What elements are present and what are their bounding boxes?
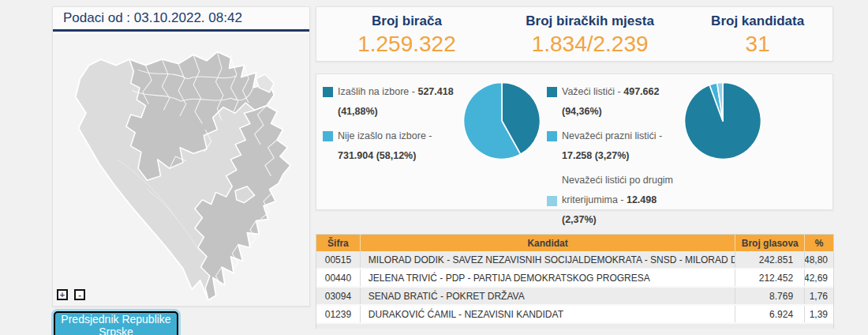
cell-sifra: 03094 [316,288,360,304]
cell-kandidat: MILORAD DODIK - SAVEZ NEZAVISNIH SOCIJAL… [360,251,735,268]
table-header-row: Šifra Kandidat Broj glasova % [316,235,833,251]
column-header-kandidat: Kandidat [360,235,735,251]
cell-pct: 1,76 [804,288,833,304]
cell-sifra: 00515 [316,251,360,268]
legend-label: Nevažeći listići po drugim kriterijumima… [562,171,687,230]
stat-label: Broj biračkih mjesta [497,13,683,29]
stat-value: 1.259.322 [316,32,497,57]
stat-label: Broj birača [316,13,497,29]
data-timestamp-title: Podaci od : 03.10.2022. 08:42 [53,7,309,32]
table-body: 00515MILORAD DODIK - SAVEZ NEZAVISNIH SO… [316,251,833,324]
legend-label: Važeći listići - 497.662 (94,36%) [562,82,687,122]
legend-label: Nije izašlo na izbore - 731.904 (58,12%) [338,126,458,166]
cell-kandidat: SENAD BRATIĆ - POKRET DRŽAVA [360,288,735,304]
table-row-partial [316,324,833,329]
legend-item: Važeći listići - 497.662 (94,36%) [547,82,687,122]
column-header-broj-glasova: Broj glasova [735,235,804,251]
legend-item: Nevažeći prazni listići - 17.258 (3,27%) [547,126,687,166]
stat-broj-birackih-mjesta: Broj biračkih mjesta 1.834/2.239 [497,7,683,61]
table-row: 03094SENAD BRATIĆ - POKRET DRŽAVA8.7691,… [316,288,833,306]
cell-broj-glasova: 8.769 [735,288,804,304]
table-row: 01239DURAKOVIĆ ĆAMIL - NEZAVISNI KANDIDA… [316,306,833,324]
legend-color-marker [547,196,557,206]
ballots-pie-chart[interactable] [683,81,762,160]
map-zoom-controls: + - [57,289,85,300]
cell-broj-glasova: 212.452 [735,269,804,286]
cell-broj-glasova: 6.924 [735,306,804,322]
turnout-pie-chart[interactable] [462,81,541,160]
legend-item: Izašlih na izbore - 527.418 (41,88%) [323,82,458,122]
stat-broj-kandidata: Broj kandidata 31 [683,7,832,61]
cell-pct: 48,80 [804,251,833,268]
turnout-and-ballots-panel: Izašlih na izbore - 527.418 (41,88%)Nije… [316,73,833,210]
legend-color-marker [323,131,333,141]
stat-value: 31 [683,32,832,57]
legend-label: Nevažeći prazni listići - 17.258 (3,27%) [562,126,687,166]
summary-stats-panel: Broj birača 1.259.322 Broj biračkih mjes… [316,6,833,62]
legend-color-marker [547,131,557,141]
zoom-out-button[interactable]: - [74,289,85,300]
map-area[interactable]: + - [53,34,309,306]
stat-value: 1.834/2.239 [497,32,683,57]
legend-label: Izašlih na izbore - 527.418 (41,88%) [338,82,458,122]
map-panel: Podaci od : 03.10.2022. 08:42 [52,6,310,307]
table-row: 00515MILORAD DODIK - SAVEZ NEZAVISNIH SO… [316,251,833,269]
bih-municipalities-map[interactable] [58,36,304,306]
legend-color-marker [323,87,333,97]
cell-sifra: 01239 [316,306,360,322]
table-row: 00440JELENA TRIVIĆ - PDP - PARTIJA DEMOK… [316,269,833,288]
cell-kandidat: DURAKOVIĆ ĆAMIL - NEZAVISNI KANDIDAT [360,306,735,322]
legend-item: Nevažeći listići po drugim kriterijumima… [547,171,687,230]
turnout-legend: Izašlih na izbore - 527.418 (41,88%)Nije… [323,82,458,171]
column-header-sifra: Šifra [316,235,360,251]
cell-pct: 42,69 [804,269,833,286]
legend-color-marker [547,87,557,97]
stat-label: Broj kandidata [683,13,832,29]
cell-sifra: 00440 [316,269,360,286]
zoom-in-button[interactable]: + [57,289,68,300]
ballots-legend: Važeći listići - 497.662 (94,36%)Nevažeć… [547,82,687,235]
predsjednik-republike-srpske-button[interactable]: Predsjednik Republike Srpske [54,311,178,335]
cell-broj-glasova: 242.851 [735,251,804,268]
cell-pct: 1,39 [804,306,833,322]
stat-broj-biraca: Broj birača 1.259.322 [316,7,497,61]
legend-item: Nije izašlo na izbore - 731.904 (58,12%) [323,126,458,166]
cell-kandidat: JELENA TRIVIĆ - PDP - PARTIJA DEMOKRATSK… [360,269,735,286]
candidate-results-table: Šifra Kandidat Broj glasova % 00515MILOR… [316,234,834,329]
column-header-pct: % [804,235,833,251]
